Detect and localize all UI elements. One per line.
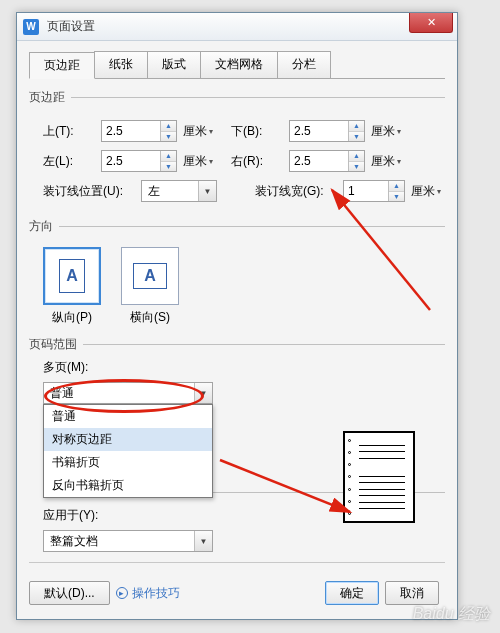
combo-gutter-pos-value: 左 bbox=[142, 183, 198, 200]
play-icon: ▸ bbox=[116, 587, 128, 599]
tips-link[interactable]: ▸ 操作技巧 bbox=[116, 585, 180, 602]
caret-icon: ▾ bbox=[397, 127, 401, 136]
combo-multi-page[interactable]: 普通 ▼ bbox=[43, 382, 213, 404]
chevron-down-icon[interactable]: ▼ bbox=[194, 531, 212, 551]
input-bottom[interactable] bbox=[290, 121, 348, 141]
spin-down-icon[interactable]: ▼ bbox=[349, 162, 364, 172]
spin-bottom[interactable]: ▲▼ bbox=[289, 120, 365, 142]
spin-down-icon[interactable]: ▼ bbox=[161, 132, 176, 142]
spin-up-icon[interactable]: ▲ bbox=[389, 181, 404, 192]
dialog-footer: 默认(D)... ▸ 操作技巧 确定 取消 bbox=[29, 579, 445, 607]
caret-icon: ▾ bbox=[437, 187, 441, 196]
orientation-landscape[interactable]: A 横向(S) bbox=[121, 247, 179, 326]
close-button[interactable]: ✕ bbox=[409, 13, 453, 33]
tab-layout[interactable]: 版式 bbox=[147, 51, 201, 78]
dropdown-multi-page: 普通 对称页边距 书籍折页 反向书籍折页 bbox=[43, 404, 213, 498]
input-gutter-width[interactable] bbox=[344, 181, 388, 201]
caret-icon: ▾ bbox=[209, 127, 213, 136]
group-page-range: 页码范围 bbox=[29, 336, 445, 353]
unit-top[interactable]: 厘米▾ bbox=[183, 123, 213, 140]
orientation-portrait[interactable]: A 纵向(P) bbox=[43, 247, 101, 326]
ok-button[interactable]: 确定 bbox=[325, 581, 379, 605]
caret-icon: ▾ bbox=[209, 157, 213, 166]
cancel-button[interactable]: 取消 bbox=[385, 581, 439, 605]
label-gutter-pos: 装订线位置(U): bbox=[43, 183, 141, 200]
spin-down-icon[interactable]: ▼ bbox=[389, 192, 404, 202]
option-book-fold[interactable]: 书籍折页 bbox=[44, 451, 212, 474]
caret-icon: ▾ bbox=[397, 157, 401, 166]
preview-thumbnail bbox=[343, 431, 415, 523]
page-setup-dialog: W 页面设置 ✕ 页边距 纸张 版式 文档网格 分栏 页边距 上(T): ▲▼ … bbox=[16, 12, 458, 620]
input-right[interactable] bbox=[290, 151, 348, 171]
group-orientation: 方向 bbox=[29, 218, 445, 235]
spin-gutter-width[interactable]: ▲▼ bbox=[343, 180, 405, 202]
tab-paper[interactable]: 纸张 bbox=[94, 51, 148, 78]
tab-margins[interactable]: 页边距 bbox=[29, 52, 95, 79]
portrait-label: 纵向(P) bbox=[43, 309, 101, 326]
tab-columns[interactable]: 分栏 bbox=[277, 51, 331, 78]
label-right: 右(R): bbox=[231, 153, 289, 170]
app-icon: W bbox=[23, 19, 39, 35]
unit-gutter[interactable]: 厘米▾ bbox=[411, 183, 441, 200]
default-button[interactable]: 默认(D)... bbox=[29, 581, 110, 605]
spin-down-icon[interactable]: ▼ bbox=[349, 132, 364, 142]
group-margins: 页边距 bbox=[29, 89, 445, 106]
input-top[interactable] bbox=[102, 121, 160, 141]
unit-right[interactable]: 厘米▾ bbox=[371, 153, 401, 170]
portrait-icon: A bbox=[59, 259, 85, 293]
spin-right[interactable]: ▲▼ bbox=[289, 150, 365, 172]
option-mirror-margins[interactable]: 对称页边距 bbox=[44, 428, 212, 451]
label-bottom: 下(B): bbox=[231, 123, 289, 140]
tab-strip: 页边距 纸张 版式 文档网格 分栏 bbox=[29, 51, 445, 79]
combo-multi-page-value: 普通 bbox=[44, 385, 194, 402]
combo-apply-to[interactable]: 整篇文档 ▼ bbox=[43, 530, 213, 552]
combo-gutter-pos[interactable]: 左 ▼ bbox=[141, 180, 217, 202]
titlebar[interactable]: W 页面设置 ✕ bbox=[17, 13, 457, 41]
spin-up-icon[interactable]: ▲ bbox=[349, 151, 364, 162]
option-reverse-book-fold[interactable]: 反向书籍折页 bbox=[44, 474, 212, 497]
unit-left[interactable]: 厘米▾ bbox=[183, 153, 213, 170]
spin-up-icon[interactable]: ▲ bbox=[161, 151, 176, 162]
input-left[interactable] bbox=[102, 151, 160, 171]
spin-top[interactable]: ▲▼ bbox=[101, 120, 177, 142]
spin-up-icon[interactable]: ▲ bbox=[161, 121, 176, 132]
spin-left[interactable]: ▲▼ bbox=[101, 150, 177, 172]
spin-up-icon[interactable]: ▲ bbox=[349, 121, 364, 132]
landscape-label: 横向(S) bbox=[121, 309, 179, 326]
option-normal[interactable]: 普通 bbox=[44, 405, 212, 428]
label-top: 上(T): bbox=[43, 123, 101, 140]
label-multi-page: 多页(M): bbox=[43, 359, 445, 376]
chevron-down-icon[interactable]: ▼ bbox=[194, 383, 212, 403]
unit-bottom[interactable]: 厘米▾ bbox=[371, 123, 401, 140]
combo-apply-to-value: 整篇文档 bbox=[44, 533, 194, 550]
tab-grid[interactable]: 文档网格 bbox=[200, 51, 278, 78]
window-title: 页面设置 bbox=[47, 18, 95, 35]
spin-down-icon[interactable]: ▼ bbox=[161, 162, 176, 172]
label-left: 左(L): bbox=[43, 153, 101, 170]
label-gutter-width: 装订线宽(G): bbox=[255, 183, 343, 200]
chevron-down-icon[interactable]: ▼ bbox=[198, 181, 216, 201]
landscape-icon: A bbox=[133, 263, 167, 289]
